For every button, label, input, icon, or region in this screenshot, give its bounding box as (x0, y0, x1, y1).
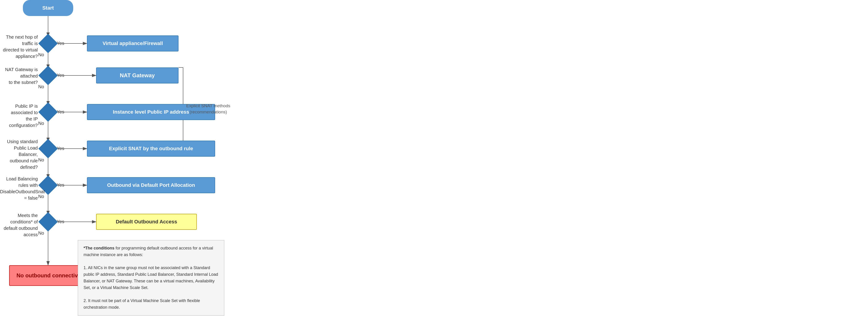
no-label-q1: No (38, 52, 44, 58)
question-q2: NAT Gateway is attached to the subnet? (0, 66, 38, 85)
explicit-snat-node: Explicit SNAT by the outbound rule (87, 141, 215, 156)
diamond-q1 (38, 34, 58, 53)
diamond-q3 (38, 102, 58, 122)
question-q3: Public IP is associated to the IP config… (0, 103, 38, 129)
diagram-container: Start The next hop of traffic is directe… (0, 0, 868, 316)
outbound-default-port-node: Outbound via Default Port Allocation (87, 177, 215, 193)
yes-label-q2: Yes (57, 73, 64, 78)
nat-gateway-node: NAT Gateway (96, 67, 179, 83)
info-box: *The conditions for programming default … (78, 240, 224, 316)
question-q1: The next hop of traffic is directed to v… (0, 34, 38, 60)
start-node: Start (23, 0, 73, 16)
no-label-q2: No (38, 84, 44, 90)
no-label-q3: No (38, 121, 44, 126)
yes-label-q6: Yes (57, 219, 64, 224)
question-q4: Using standard Public Load Balancer, out… (0, 138, 38, 170)
info-point2: 2. It must not be part of a Virtual Mach… (84, 297, 219, 311)
yes-label-q3: Yes (57, 109, 64, 114)
info-title-bold: *The conditions (84, 246, 115, 250)
default-outbound-access-node: Default Outbound Access (96, 214, 197, 230)
no-label-q5: No (38, 194, 44, 199)
yes-label-q4: Yes (57, 146, 64, 151)
diamond-q2 (38, 66, 58, 85)
yes-label-q5: Yes (57, 182, 64, 188)
info-point1: 1. All NICs in the same group must not b… (84, 265, 219, 291)
brace-label: Explicit SNAT methods (recommendations) (185, 103, 231, 115)
virtual-appliance-node: Virtual appliance/Firewall (87, 35, 179, 51)
question-q6: Meets the conditions* of default outboun… (0, 212, 38, 238)
no-label-q6: No (38, 231, 44, 236)
question-q5: Load Balancing rules with DisableOutboun… (0, 176, 38, 201)
diamond-q6 (38, 212, 58, 232)
yes-label-q1: Yes (57, 41, 64, 46)
no-label-q4: No (38, 157, 44, 163)
diamond-q4 (38, 139, 58, 159)
